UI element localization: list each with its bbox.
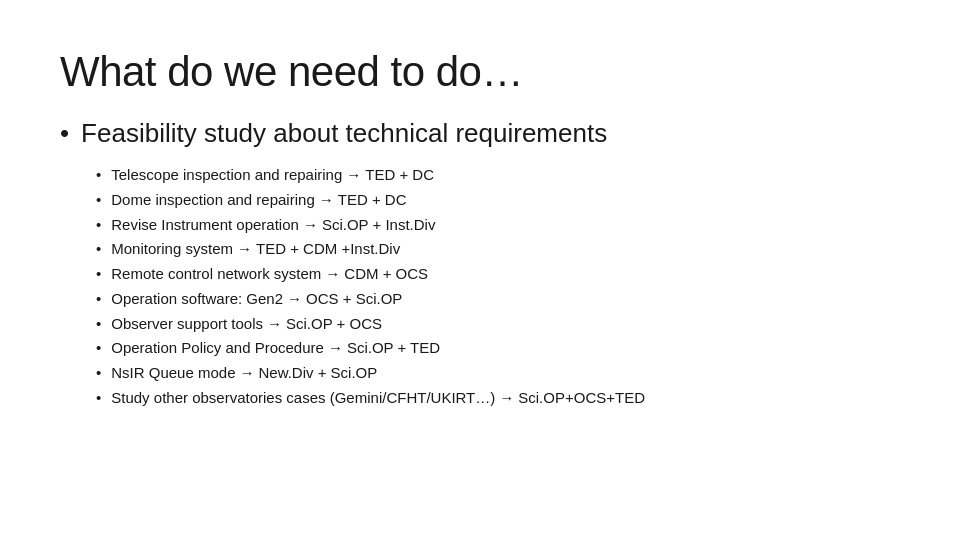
list-item-after: Sci.OP + OCS — [286, 312, 382, 337]
list-item-before: Dome inspection and repairing — [111, 188, 314, 213]
list-item-after: Sci.OP+OCS+TED — [518, 386, 645, 411]
list-item-before: Telescope inspection and repairing — [111, 163, 342, 188]
list-item-before: NsIR Queue mode — [111, 361, 235, 386]
list-item-before: Study other observatories cases (Gemini/… — [111, 386, 495, 411]
list-item: Telescope inspection and repairing → TED… — [96, 163, 900, 188]
arrow-icon: → — [346, 163, 361, 188]
slide-title: What do we need to do… — [60, 48, 900, 96]
arrow-icon: → — [240, 361, 255, 386]
list-item-after: Sci.OP + Inst.Div — [322, 213, 436, 238]
list-item: Revise Instrument operation → Sci.OP + I… — [96, 213, 900, 238]
main-bullet-text: Feasibility study about technical requir… — [81, 118, 607, 149]
list-item: Remote control network system → CDM + OC… — [96, 262, 900, 287]
arrow-icon: → — [328, 336, 343, 361]
list-item-before: Revise Instrument operation — [111, 213, 299, 238]
list-item-before: Remote control network system — [111, 262, 321, 287]
arrow-icon: → — [287, 287, 302, 312]
list-item: Monitoring system → TED + CDM +Inst.Div — [96, 237, 900, 262]
arrow-icon: → — [237, 237, 252, 262]
list-item-after: OCS + Sci.OP — [306, 287, 402, 312]
main-bullet: • Feasibility study about technical requ… — [60, 118, 900, 149]
list-item-before: Operation Policy and Procedure — [111, 336, 324, 361]
list-item-after: TED + DC — [365, 163, 434, 188]
list-item-before: Observer support tools — [111, 312, 263, 337]
sub-bullets-list: Telescope inspection and repairing → TED… — [60, 163, 900, 411]
list-item: Study other observatories cases (Gemini/… — [96, 386, 900, 411]
list-item: Operation software: Gen2 → OCS + Sci.OP — [96, 287, 900, 312]
slide: What do we need to do… • Feasibility stu… — [0, 0, 960, 540]
list-item-before: Operation software: Gen2 — [111, 287, 283, 312]
list-item-after: CDM + OCS — [344, 262, 428, 287]
list-item: Observer support tools → Sci.OP + OCS — [96, 312, 900, 337]
main-bullet-dot: • — [60, 118, 69, 149]
list-item-after: TED + DC — [338, 188, 407, 213]
list-item-after: TED + CDM +Inst.Div — [256, 237, 400, 262]
list-item-after: Sci.OP + TED — [347, 336, 440, 361]
list-item-before: Monitoring system — [111, 237, 233, 262]
arrow-icon: → — [267, 312, 282, 337]
list-item: Operation Policy and Procedure → Sci.OP … — [96, 336, 900, 361]
list-item-after: New.Div + Sci.OP — [259, 361, 378, 386]
arrow-icon: → — [499, 386, 514, 411]
list-item: Dome inspection and repairing → TED + DC — [96, 188, 900, 213]
arrow-icon: → — [303, 213, 318, 238]
arrow-icon: → — [319, 188, 334, 213]
arrow-icon: → — [325, 262, 340, 287]
list-item: NsIR Queue mode → New.Div + Sci.OP — [96, 361, 900, 386]
